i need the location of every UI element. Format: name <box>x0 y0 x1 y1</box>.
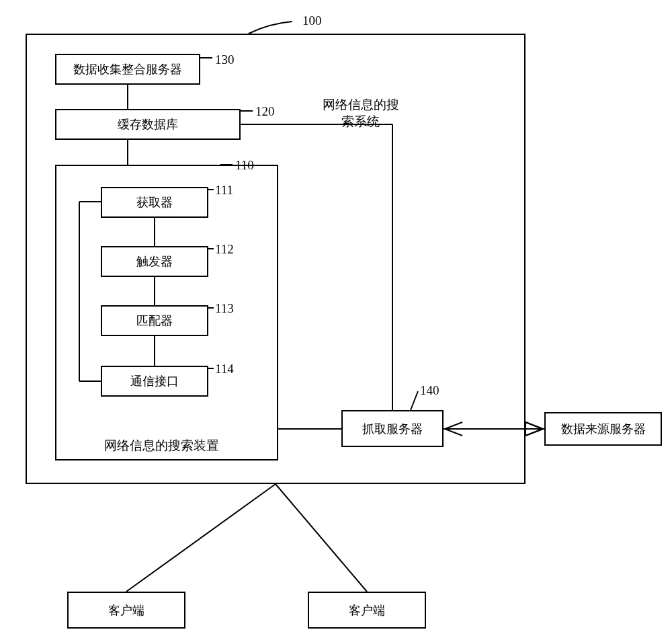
device-title: 网络信息的搜索装置 <box>104 437 219 454</box>
block-112-label: 触发器 <box>136 253 173 270</box>
data-source-server: 数据来源服务器 <box>544 412 662 446</box>
client-right-label: 客户端 <box>349 602 385 618</box>
ref-111: 111 <box>215 183 233 198</box>
block-140: 抓取服务器 <box>341 410 444 447</box>
ref-110: 110 <box>235 158 254 173</box>
client-left-label: 客户端 <box>108 602 144 618</box>
block-114: 通信接口 <box>101 366 208 397</box>
ref-130: 130 <box>215 52 235 67</box>
block-130: 数据收集整合服务器 <box>55 54 200 85</box>
ref-100: 100 <box>302 13 322 28</box>
block-111: 获取器 <box>101 187 208 218</box>
block-111-label: 获取器 <box>136 194 173 210</box>
svg-line-23 <box>276 484 367 592</box>
block-112: 触发器 <box>101 246 208 277</box>
ref-113: 113 <box>215 301 234 316</box>
block-113-label: 匹配器 <box>136 313 173 329</box>
client-right: 客户端 <box>308 592 426 629</box>
ref-112: 112 <box>215 242 234 257</box>
data-source-server-label: 数据来源服务器 <box>561 421 646 437</box>
system-title-l1: 网络信息的搜 <box>323 96 399 114</box>
block-120: 缓存数据库 <box>55 109 241 140</box>
client-left: 客户端 <box>67 592 185 629</box>
block-140-label: 抓取服务器 <box>362 421 423 437</box>
block-113: 匹配器 <box>101 305 208 336</box>
ref-140: 140 <box>420 383 439 398</box>
svg-line-22 <box>126 484 276 592</box>
block-114-label: 通信接口 <box>130 373 179 389</box>
block-120-label: 缓存数据库 <box>118 116 178 132</box>
ref-114: 114 <box>215 362 234 376</box>
system-title-l2: 索系统 <box>341 113 380 130</box>
block-130-label: 数据收集整合服务器 <box>73 61 182 77</box>
ref-120: 120 <box>255 104 275 119</box>
diagram-canvas: 100 网络信息的搜 索系统 数据收集整合服务器 130 缓存数据库 120 1… <box>0 0 672 640</box>
